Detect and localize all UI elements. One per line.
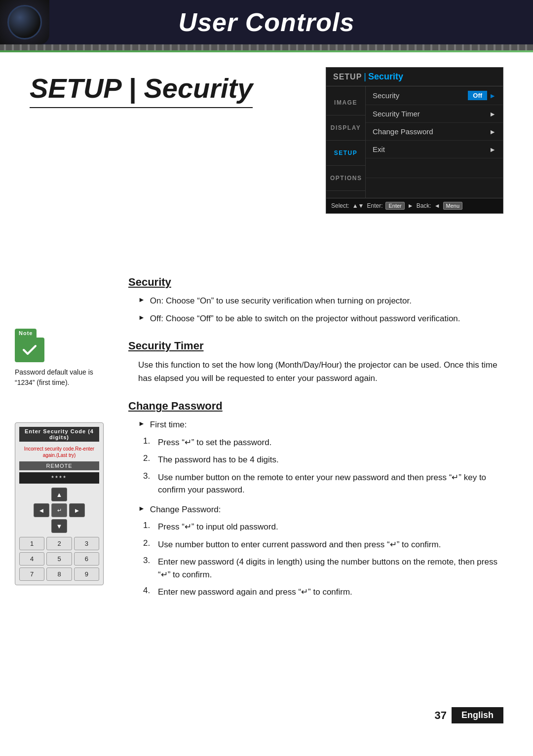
osd-menu-item-exit[interactable]: Exit ► xyxy=(366,141,503,158)
remote-btn-4[interactable]: 4 xyxy=(19,552,44,566)
osd-arrow-timer: ► xyxy=(489,110,496,118)
main-content: SETUP | Security SETUP | Security IMAGE … xyxy=(0,52,533,733)
remote-btn-7[interactable]: 7 xyxy=(19,567,44,581)
change-pw-label: Change Password: xyxy=(150,503,221,516)
bullet-arrow-1: ► xyxy=(138,296,145,303)
first-time-step-1: 1. Press “↵” to set the password. xyxy=(143,436,503,449)
remote-enter-btn[interactable]: ↵ xyxy=(51,503,67,517)
osd-arrow-security: ► xyxy=(489,92,496,100)
change-step-num-3: 3. xyxy=(143,556,153,566)
step-text-3: Use number button on the remote to enter… xyxy=(158,471,503,496)
remote-btn-2[interactable]: 2 xyxy=(46,537,72,550)
first-time-step-3: 3. Use number button on the remote to en… xyxy=(143,471,503,496)
osd-item-label-exit: Exit xyxy=(373,145,385,153)
note-badge: Note xyxy=(15,329,37,338)
step-text-1: Press “↵” to set the password. xyxy=(158,436,271,449)
change-password-section: Change Password ► First time: 1. Press “… xyxy=(128,400,503,599)
change-pw-step-2: 2. Use number button to enter current pa… xyxy=(143,538,503,551)
step-num-1: 1. xyxy=(143,436,153,446)
remote-up-btn[interactable]: ▲ xyxy=(51,488,67,501)
sidebar-item-options[interactable]: OPTIONS xyxy=(326,166,365,191)
osd-menu-panel: SETUP | Security IMAGE DISPLAY SETUP OPT… xyxy=(326,67,503,214)
note-box: Note Password default value is “1234” (f… xyxy=(15,329,94,388)
footer-back-key: Menu xyxy=(443,202,463,210)
page-main-title: User Controls xyxy=(179,7,355,37)
camera-icon xyxy=(0,0,49,44)
footer-back-label: Back: xyxy=(417,202,431,209)
osd-body: IMAGE DISPLAY SETUP OPTIONS Security Off… xyxy=(326,86,503,198)
security-bullet-on: ► On: Choose “On” to use security verifi… xyxy=(138,295,503,307)
sidebar-item-setup[interactable]: SETUP xyxy=(326,141,365,166)
step-num-2: 2. xyxy=(143,454,153,463)
change-step-num-1: 1. xyxy=(143,521,153,530)
remote-btn-3[interactable]: 3 xyxy=(74,537,99,550)
osd-menu-item-timer[interactable]: Security Timer ► xyxy=(366,105,503,123)
osd-spacer-1 xyxy=(366,158,503,178)
sidebar-item-image[interactable]: IMAGE xyxy=(326,90,365,115)
note-icon-box xyxy=(15,338,44,362)
remote-btn-8[interactable]: 8 xyxy=(46,567,72,581)
remote-down-btn[interactable]: ▼ xyxy=(51,519,67,533)
step-num-3: 3. xyxy=(143,471,153,481)
first-time-label: First time: xyxy=(150,418,187,431)
security-section-title: Security xyxy=(128,276,503,289)
change-pw-bullet: ► Change Password: xyxy=(138,503,503,516)
osd-arrow-exit: ► xyxy=(489,146,496,153)
remote-diagram: Enter Security Code (4 digits) Incorrect… xyxy=(15,422,104,585)
change-password-title: Change Password xyxy=(128,400,503,413)
change-step-text-2: Use number button to enter current passw… xyxy=(158,538,441,551)
security-timer-desc: Use this function to set the how long (M… xyxy=(138,358,503,385)
osd-menu-item-password[interactable]: Change Password ► xyxy=(366,123,503,141)
sidebar-item-display[interactable]: DISPLAY xyxy=(326,115,365,141)
osd-item-label-security: Security xyxy=(373,91,399,100)
footer-enter-label: Enter: xyxy=(367,202,382,209)
remote-right-btn[interactable]: ► xyxy=(69,503,85,517)
remote-middle-row: ◄ ↵ ► xyxy=(34,503,85,517)
osd-arrow-password: ► xyxy=(489,128,496,136)
remote-btn-9[interactable]: 9 xyxy=(74,567,99,581)
page-number: 37 xyxy=(435,709,447,722)
note-text: Password default value is “1234” (first … xyxy=(15,367,94,388)
osd-value-off: Off xyxy=(468,91,487,100)
remote-numpad: 1 2 3 4 5 6 7 8 9 xyxy=(19,537,99,581)
osd-footer: Select: ▲▼ Enter: Enter ► Back: ◄ Menu xyxy=(326,198,503,213)
bullet-arrow-2: ► xyxy=(138,313,145,321)
remote-btn-1[interactable]: 1 xyxy=(19,537,44,550)
footer-back-icon: ◄ xyxy=(434,202,440,209)
change-step-text-1: Press “↵” to input old password. xyxy=(158,521,278,533)
remote-left-btn[interactable]: ◄ xyxy=(34,503,49,517)
osd-menu-item-security[interactable]: Security Off ► xyxy=(366,86,503,105)
osd-item-label-timer: Security Timer xyxy=(373,110,420,118)
remote-error-text: Incorrect security code.Re-enter again.(… xyxy=(19,446,99,458)
decorative-bar xyxy=(0,44,533,50)
security-section: Security ► On: Choose “On” to use securi… xyxy=(128,276,503,325)
remote-down-row: ▼ xyxy=(51,519,67,533)
step-text-2: The password has to be 4 digits. xyxy=(158,454,279,466)
remote-btn-6[interactable]: 6 xyxy=(74,552,99,566)
osd-spacer-2 xyxy=(366,178,503,198)
change-pw-step-4: 4. Enter new password again and press “↵… xyxy=(143,586,503,599)
first-time-bullet: ► First time: xyxy=(138,418,503,431)
change-step-num-2: 2. xyxy=(143,538,153,548)
change-step-num-4: 4. xyxy=(143,586,153,596)
remote-nav: ▲ ◄ ↵ ► ▼ xyxy=(19,488,99,533)
breadcrumb-current: Security xyxy=(368,72,403,82)
breadcrumb-separator: | xyxy=(364,72,366,82)
bullet-arrow-3: ► xyxy=(138,419,145,427)
page-title: SETUP | Security xyxy=(30,72,253,108)
breadcrumb-setup: SETUP xyxy=(333,73,362,81)
change-pw-step-3: 3. Enter new password (4 digits in lengt… xyxy=(143,556,503,581)
remote-up-row: ▲ xyxy=(51,488,67,501)
remote-dialog-title: Enter Security Code (4 digits) xyxy=(19,427,99,442)
change-pw-step-1: 1. Press “↵” to input old password. xyxy=(143,521,503,533)
checkmark-icon xyxy=(21,341,38,359)
osd-menu-items: Security Off ► Security Timer ► Change P… xyxy=(366,86,503,198)
footer-select-icon: ▲▼ xyxy=(352,202,364,209)
remote-btn-5[interactable]: 5 xyxy=(46,552,72,566)
osd-item-label-password: Change Password xyxy=(373,127,433,136)
camera-lens xyxy=(7,5,42,39)
page-language: English xyxy=(452,707,503,723)
osd-item-value-security: Off ► xyxy=(468,91,496,100)
footer-enter-key: Enter xyxy=(385,202,404,210)
security-off-text: Off: Choose “Off” to be able to switch o… xyxy=(150,312,460,325)
